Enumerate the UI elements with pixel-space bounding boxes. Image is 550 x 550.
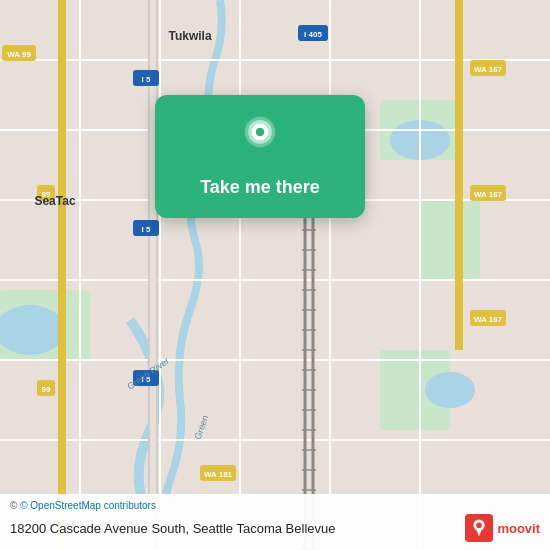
map-container: I 5 I 5 I 5 I 405 WA 99 99 99 WA 167 WA … <box>0 0 550 550</box>
svg-text:I 5: I 5 <box>142 75 151 84</box>
moovit-icon <box>465 514 493 542</box>
svg-text:WA 167: WA 167 <box>474 65 503 74</box>
svg-text:WA 181: WA 181 <box>204 470 233 479</box>
bottom-bar: © © OpenStreetMap contributors 18200 Cas… <box>0 494 550 550</box>
svg-point-76 <box>477 522 483 528</box>
address-row: 18200 Cascade Avenue South, Seattle Taco… <box>10 514 540 542</box>
svg-text:WA 167: WA 167 <box>474 190 503 199</box>
svg-text:I 5: I 5 <box>142 225 151 234</box>
svg-point-7 <box>425 372 475 408</box>
attribution: © © OpenStreetMap contributors <box>10 500 540 511</box>
location-card: Take me there <box>155 95 365 218</box>
pin-icon <box>238 115 282 159</box>
address-text: 18200 Cascade Avenue South, Seattle Taco… <box>10 521 335 536</box>
svg-text:WA 99: WA 99 <box>7 50 31 59</box>
svg-text:I 405: I 405 <box>304 30 322 39</box>
map-background: I 5 I 5 I 5 I 405 WA 99 99 99 WA 167 WA … <box>0 0 550 550</box>
svg-text:Tukwila: Tukwila <box>168 29 211 43</box>
moovit-logo[interactable]: moovit <box>465 514 540 542</box>
svg-rect-36 <box>455 0 463 350</box>
svg-text:WA 167: WA 167 <box>474 315 503 324</box>
svg-point-72 <box>256 128 264 136</box>
attribution-link[interactable]: © OpenStreetMap contributors <box>20 500 156 511</box>
moovit-text: moovit <box>497 521 540 536</box>
svg-rect-29 <box>58 0 66 550</box>
take-me-there-button[interactable]: Take me there <box>192 173 328 202</box>
svg-rect-2 <box>420 200 480 280</box>
svg-text:SeaTac: SeaTac <box>34 194 75 208</box>
svg-text:99: 99 <box>42 385 51 394</box>
